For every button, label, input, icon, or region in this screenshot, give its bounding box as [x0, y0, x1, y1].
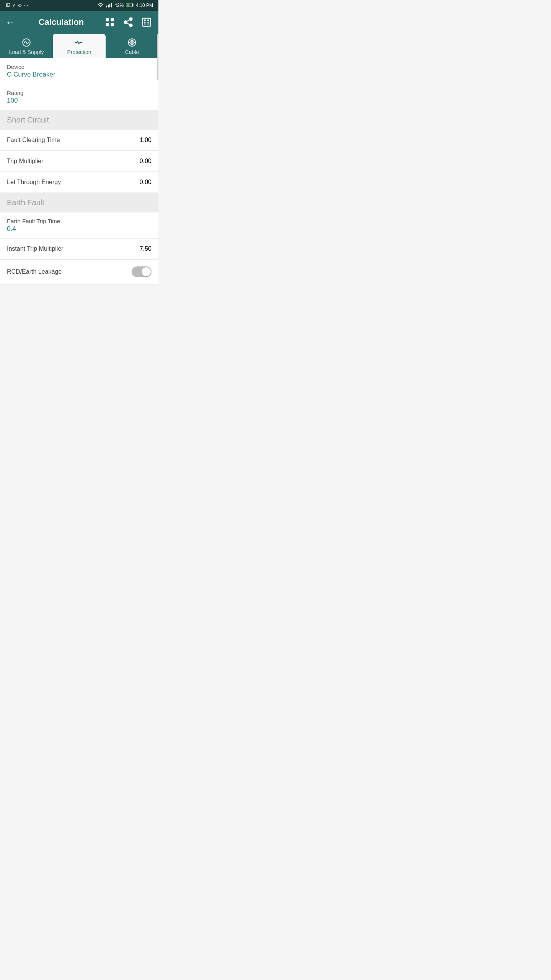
time-display: 4:10 PM [136, 3, 153, 8]
battery-percent: 42% [114, 3, 124, 8]
trip-multiplier-label: Trip Multiplier [7, 158, 43, 165]
svg-rect-3 [111, 3, 112, 7]
let-through-energy-value: 0.00 [140, 179, 152, 186]
svg-rect-19 [144, 22, 146, 23]
svg-rect-2 [109, 3, 110, 7]
svg-rect-20 [147, 22, 149, 23]
more-icon: ··· [24, 3, 28, 8]
tab-protection-label: Protection [67, 49, 91, 55]
page-title: Calculation [19, 17, 103, 27]
status-bar: 🖼 ✔ ⊙ ··· 42% 4:10 PM [0, 0, 158, 11]
share-button[interactable] [122, 16, 135, 29]
instant-trip-multiplier-label: Instant Trip Multiplier [7, 245, 64, 252]
earth-fault-trip-time-label: Earth Fault Trip Time [7, 218, 152, 224]
svg-line-14 [127, 23, 130, 25]
instant-trip-multiplier-row[interactable]: Instant Trip Multiplier 7.50 [0, 238, 158, 260]
svg-rect-6 [127, 3, 130, 6]
svg-rect-21 [144, 24, 146, 24]
svg-rect-7 [106, 18, 109, 21]
rating-value: 100 [7, 97, 152, 105]
status-right-info: 42% 4:10 PM [98, 2, 153, 9]
tab-load-supply-label: Load & Supply [9, 49, 44, 55]
instant-trip-multiplier-value: 7.50 [140, 245, 152, 252]
tab-load-supply[interactable]: Load & Supply [0, 34, 53, 58]
device-value: C Curve Breaker [7, 71, 152, 78]
header-actions [103, 16, 153, 29]
signal-icon [106, 2, 112, 9]
check-icon: ✔ [12, 3, 16, 8]
tab-bar: Load & Supply Protection Cable [0, 34, 158, 58]
device-row[interactable]: Device C Curve Breaker [0, 58, 158, 84]
tab-cable[interactable]: Cable [106, 34, 158, 58]
device-label: Device [7, 64, 152, 70]
tab-protection[interactable]: Protection [53, 34, 106, 58]
short-circuit-header: Short Circuit [0, 110, 158, 130]
svg-point-25 [130, 41, 134, 45]
svg-rect-5 [133, 4, 134, 6]
fault-clearing-time-label: Fault Clearing Time [7, 137, 60, 144]
svg-line-15 [127, 20, 130, 22]
svg-point-26 [131, 42, 133, 43]
app-header: ← Calculation [0, 11, 158, 34]
scroll-indicator [157, 34, 158, 80]
svg-rect-8 [111, 18, 114, 21]
svg-rect-17 [144, 20, 146, 21]
let-through-energy-row[interactable]: Let Through Energy 0.00 [0, 172, 158, 193]
back-button[interactable]: ← [5, 17, 15, 27]
status-left-icons: 🖼 ✔ ⊙ ··· [5, 3, 28, 8]
svg-rect-16 [143, 18, 151, 26]
svg-rect-9 [106, 23, 109, 26]
earth-fault-trip-time-value: 0.4 [7, 225, 152, 233]
svg-rect-1 [108, 5, 109, 7]
rating-label: Rating [7, 90, 152, 96]
earth-fault-trip-time-row[interactable]: Earth Fault Trip Time 0.4 [0, 212, 158, 238]
toggle-knob [142, 267, 151, 276]
battery-icon [126, 3, 134, 8]
fault-clearing-time-value: 1.00 [140, 137, 152, 144]
trip-multiplier-value: 0.00 [140, 158, 152, 165]
calculator-button[interactable] [140, 16, 153, 29]
tab-cable-label: Cable [125, 49, 139, 55]
grid-view-button[interactable] [103, 16, 116, 29]
trip-multiplier-row[interactable]: Trip Multiplier 0.00 [0, 151, 158, 172]
rcd-earth-leakage-label: RCD/Earth Leakage [7, 268, 62, 275]
wifi-icon [98, 2, 104, 9]
content-area: Device C Curve Breaker Rating 100 Short … [0, 58, 158, 284]
svg-rect-0 [106, 5, 107, 7]
earth-fault-header: Earth Fault [0, 193, 158, 212]
fault-clearing-time-row[interactable]: Fault Clearing Time 1.00 [0, 130, 158, 151]
clock-icon: ⊙ [18, 3, 22, 8]
svg-rect-10 [111, 23, 114, 26]
rcd-earth-leakage-toggle[interactable] [132, 266, 152, 277]
rcd-earth-leakage-row[interactable]: RCD/Earth Leakage [0, 260, 158, 284]
rating-row[interactable]: Rating 100 [0, 84, 158, 110]
svg-rect-22 [147, 24, 149, 24]
svg-rect-18 [147, 20, 149, 21]
image-icon: 🖼 [5, 3, 10, 8]
let-through-energy-label: Let Through Energy [7, 179, 61, 186]
